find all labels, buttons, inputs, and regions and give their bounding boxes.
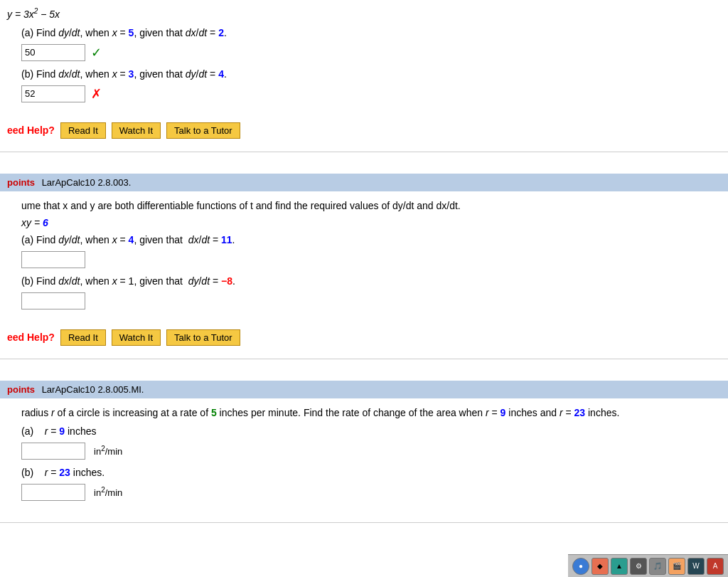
part-a-answer-row-0: 50 ✓: [7, 44, 721, 61]
watch-it-button-0[interactable]: Watch It: [112, 122, 161, 139]
talk-to-tutor-button-0[interactable]: Talk to a Tutor: [166, 122, 240, 139]
part-b-input-1[interactable]: [21, 292, 85, 309]
part-b-input-2[interactable]: [21, 484, 85, 501]
watch-it-button-1[interactable]: Watch It: [112, 329, 161, 346]
help-row-0: eed Help? Read It Watch It Talk to a Tut…: [0, 117, 728, 144]
points-label-2: points: [7, 384, 35, 395]
problem-code-1: LarApCalc10 2.8.003.: [42, 177, 132, 188]
part-a-answer-row-1: [7, 251, 721, 268]
part-b-answer-row-2: in2/min: [7, 484, 721, 501]
part-a-answer-row-2: in2/min: [7, 443, 721, 460]
need-help-label-0: eed Help?: [7, 125, 55, 136]
part-b-answer-row-0: 52 ✗: [7, 85, 721, 102]
part-b-label-1: (b) Find dx/dt, when x = 1, given that d…: [7, 275, 721, 287]
spacer-1: [0, 152, 728, 166]
read-it-button-0[interactable]: Read It: [60, 122, 106, 139]
talk-to-tutor-button-1[interactable]: Talk to a Tutor: [166, 329, 240, 346]
part-b-label-2: (b) r = 23 inches.: [7, 467, 721, 478]
section-header-2: points LarApCalc10 2.8.005.MI.: [0, 381, 728, 398]
section-1: points LarApCalc10 2.8.003. ume that x a…: [0, 166, 728, 359]
section-header-1: points LarApCalc10 2.8.003.: [0, 174, 728, 191]
help-row-1: eed Help? Read It Watch It Talk to a Tut…: [0, 324, 728, 351]
part-a-input-1[interactable]: [21, 251, 85, 268]
points-label-1: points: [7, 177, 35, 188]
problem-code-2: LarApCalc10 2.8.005.MI.: [42, 384, 144, 395]
part-a-label-2: (a) r = 9 inches: [7, 425, 721, 437]
intro-2: radius r of a circle is increasing at a …: [7, 407, 721, 418]
need-help-label-1: eed Help?: [7, 332, 55, 343]
spacer-2: [0, 359, 728, 374]
read-it-button-1[interactable]: Read It: [60, 329, 106, 346]
part-a-label-1: (a) Find dy/dt, when x = 4, given that d…: [7, 234, 721, 245]
part-a-label-0: (a) Find dy/dt, when x = 5, given that d…: [7, 27, 721, 38]
section-2: points LarApCalc10 2.8.005.MI. radius r …: [0, 374, 728, 523]
part-b-input-0[interactable]: 52: [21, 85, 85, 102]
section-0: y = 3x2 − 5x (a) Find dy/dt, when x = 5,…: [0, 0, 728, 152]
intro-1: ume that x and y are both differentiable…: [7, 200, 721, 211]
part-a-input-2[interactable]: [21, 443, 85, 460]
equation-1: xy = 6: [7, 217, 721, 228]
correct-icon-0: ✓: [91, 45, 102, 60]
wrong-icon-0: ✗: [91, 86, 102, 102]
part-a-input-0[interactable]: 50: [21, 44, 85, 61]
unit-a-2: in2/min: [94, 445, 122, 457]
unit-b-2: in2/min: [94, 486, 122, 498]
part-b-label-0: (b) Find dx/dt, when x = 3, given that d…: [7, 68, 721, 80]
equation-0: y = 3x2 − 5x: [7, 7, 721, 20]
part-b-answer-row-1: [7, 292, 721, 309]
